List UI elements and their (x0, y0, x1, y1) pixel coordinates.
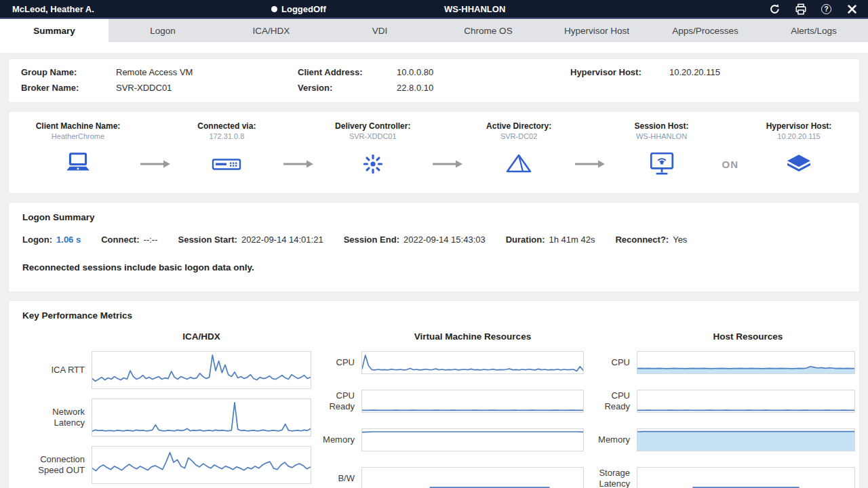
chart-row-vm-cpu-ready: CPU Ready (313, 390, 588, 413)
chart-label: Memory (588, 434, 630, 445)
chart-row-ica-rtt: ICA RTT (22, 351, 313, 389)
client-address-value: 10.0.0.80 (397, 67, 570, 77)
flow-node-client-machine: Client Machine Name: HeatherChrome (21, 121, 135, 182)
pair-label: Session Start: (178, 235, 237, 245)
pair-label: Reconnect?: (615, 235, 669, 245)
flow-node-active-directory: Active Directory: SVR-DC02 (468, 121, 570, 182)
pair-value: 1.06 s (56, 235, 81, 245)
flow-arrow-icon (277, 146, 318, 182)
session-end-pair: Session End:2022-09-14 15:43:03 (344, 235, 486, 245)
gateway-appliance-icon (212, 146, 241, 182)
status-label: LoggedOff (281, 4, 326, 14)
tab-label: Chrome OS (464, 26, 512, 36)
metrics-column-ica-hdx: ICA/HDX ICA RTT Network Latency Connecti… (22, 331, 313, 488)
pair-label: Logon: (22, 235, 52, 245)
pair-value: 2022-09-14 15:43:03 (403, 235, 486, 245)
chart-row-host-memory: Memory (588, 428, 859, 451)
flow-node-label: Delivery Controller: (335, 121, 410, 131)
info-label: Client Address: (298, 67, 397, 77)
tab-bar: Summary Logon ICA/HDX VDI Chrome OS Hype… (0, 19, 868, 42)
tab-label: Logon (150, 26, 176, 36)
flow-arrow-icon (427, 146, 468, 182)
flow-node-hypervisor-host: Hypervisor Host: 10.20.20.115 (748, 121, 850, 182)
host-cpu-ready-sparkline (637, 390, 855, 413)
flow-node-label: Hypervisor Host: (766, 121, 832, 131)
flow-node-label: Session Host: (634, 121, 688, 131)
chart-label: CPU Ready (313, 390, 355, 413)
version-value: 22.8.0.10 (397, 83, 570, 93)
tab-ica-hdx[interactable]: ICA/HDX (217, 19, 326, 42)
metrics-column-host-resources: Host Resources CPU CPU Ready Memory Stor… (588, 331, 859, 488)
chart-row-connection-speed-out: Connection Speed OUT (22, 446, 313, 484)
chart-label: ICA RTT (22, 365, 85, 375)
user-name: McLeod, Heather A. (12, 4, 94, 14)
chart-row-host-cpu-ready: CPU Ready (588, 390, 859, 413)
chart-row-network-latency: Network Latency (22, 399, 313, 436)
tab-logon[interactable]: Logon (108, 19, 217, 42)
tab-hypervisor-host[interactable]: Hypervisor Host (542, 19, 651, 42)
logon-duration-pair: Logon:1.06 s (22, 235, 81, 245)
tab-label: Alerts/Logs (791, 26, 837, 36)
chart-row-host-storage-latency: Storage Latency (588, 467, 859, 488)
chart-row-vm-bw: B/W (313, 467, 588, 488)
vm-cpu-ready-sparkline (361, 390, 584, 413)
flow-node-value: SVR-XDDC01 (349, 132, 397, 140)
hypervisor-layers-icon (784, 146, 814, 182)
help-icon[interactable]: ? (820, 3, 833, 16)
flow-node-label: Client Machine Name: (36, 121, 121, 131)
chart-label: CPU (313, 357, 355, 368)
broker-name-value: SVR-XDDC01 (116, 83, 298, 93)
chart-label: Connection Speed OUT (22, 454, 85, 476)
info-label: Hypervisor Host: (570, 67, 669, 77)
tab-vdi[interactable]: VDI (326, 19, 434, 42)
flow-node-label: Connected via: (197, 121, 256, 131)
title-bar: McLeod, Heather A. LoggedOff WS-HHANLON … (0, 0, 868, 19)
metrics-column-vm-resources: Virtual Machine Resources CPU CPU Ready … (313, 331, 588, 488)
tab-label: Hypervisor Host (564, 26, 629, 36)
chart-label: B/W (313, 473, 355, 484)
tab-apps-processes[interactable]: Apps/Processes (651, 19, 760, 42)
chart-label: CPU Ready (588, 390, 630, 413)
flow-arrow-icon (135, 146, 176, 182)
tab-label: VDI (372, 26, 388, 36)
duration-pair: Duration:1h 41m 42s (506, 235, 595, 245)
tab-chrome-os[interactable]: Chrome OS (434, 19, 542, 42)
tab-summary[interactable]: Summary (0, 19, 108, 42)
session-start-pair: Session Start:2022-09-14 14:01:21 (178, 235, 323, 245)
column-header: ICA/HDX (92, 331, 311, 342)
tab-alerts-logs[interactable]: Alerts/Logs (760, 19, 868, 42)
chart-row-vm-memory: Memory (313, 428, 588, 451)
host-storage-latency-sparkline (637, 467, 855, 488)
flow-node-value: HeatherChrome (52, 132, 104, 140)
session-monitor-icon (648, 146, 676, 182)
pair-value: 1h 41m 42s (549, 235, 595, 245)
directory-prism-icon (505, 146, 532, 182)
flow-node-value: 10.20.20.115 (777, 132, 820, 140)
refresh-icon[interactable] (768, 3, 781, 16)
info-label: Version: (298, 83, 397, 93)
info-label: Broker Name: (21, 83, 116, 93)
logon-summary-card: Logon Summary Logon:1.06 s Connect:--:--… (8, 202, 860, 292)
chart-label: Storage Latency (588, 468, 630, 488)
print-icon[interactable] (794, 3, 807, 16)
flow-node-value: SVR-DC02 (500, 132, 537, 140)
network-latency-sparkline (92, 399, 311, 436)
flow-node-label: Active Directory: (486, 121, 551, 131)
connection-flow-card: Client Machine Name: HeatherChrome Conne… (8, 111, 860, 194)
session-info-card: Group Name: Remote Access VM Client Addr… (8, 58, 860, 103)
pair-label: Duration: (506, 235, 545, 245)
flow-node-value: 172.31.0.8 (209, 132, 244, 140)
flow-node-connected-via: Connected via: 172.31.0.8 (176, 121, 277, 182)
main-content: Group Name: Remote Access VM Client Addr… (0, 53, 868, 488)
info-label: Group Name: (21, 67, 116, 77)
titlebar-actions: ? (768, 3, 859, 16)
status-dot-icon (271, 6, 277, 12)
close-icon[interactable] (846, 3, 859, 16)
column-header: Host Resources (637, 331, 859, 342)
pair-value: Yes (673, 235, 687, 245)
hypervisor-host-value: 10.20.20.115 (669, 67, 847, 77)
flow-node-value: WS-HHANLON (636, 132, 687, 140)
help-question-glyph: ? (821, 4, 831, 14)
tab-label: ICA/HDX (253, 26, 290, 36)
ica-rtt-sparkline (92, 351, 311, 389)
